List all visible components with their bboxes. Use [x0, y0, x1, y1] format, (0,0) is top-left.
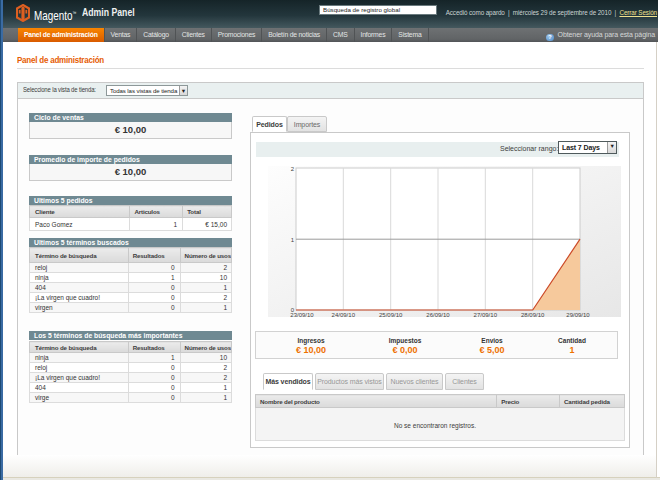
- svg-text:25/09/10: 25/09/10: [379, 312, 403, 318]
- svg-text:28/09/10: 28/09/10: [521, 312, 545, 318]
- svg-text:24/09/10: 24/09/10: [332, 312, 356, 318]
- svg-text:23/09/10: 23/09/10: [290, 312, 314, 318]
- svg-text:27/09/10: 27/09/10: [474, 312, 498, 318]
- svg-text:26/09/10: 26/09/10: [426, 312, 450, 318]
- svg-text:29/09/10: 29/09/10: [566, 312, 590, 318]
